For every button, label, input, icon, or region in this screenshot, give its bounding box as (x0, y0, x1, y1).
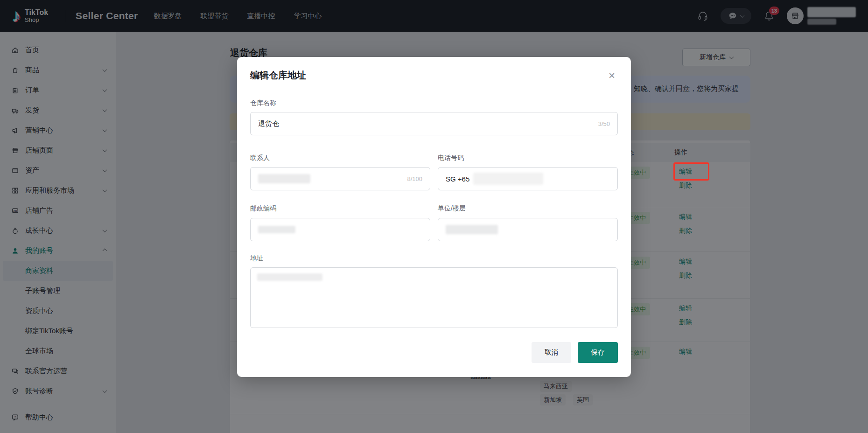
address-value-redacted (257, 273, 322, 281)
warehouse-name-label: 仓库名称 (250, 99, 276, 107)
postal-value-redacted (258, 226, 295, 233)
address-textarea[interactable] (250, 267, 618, 328)
name-char-counter: 3/50 (598, 120, 610, 127)
warehouse-name-input[interactable]: 退货仓 3/50 (250, 112, 618, 135)
unit-floor-value-redacted (446, 225, 498, 234)
phone-prefix: SG +65 (446, 175, 469, 183)
unit-floor-input[interactable] (438, 218, 618, 241)
close-icon[interactable]: × (609, 70, 615, 81)
annotation-highlight-box (673, 162, 709, 181)
phone-value-redacted (473, 173, 543, 185)
postal-label: 邮政编码 (250, 204, 276, 213)
unit-floor-label: 单位/楼层 (438, 204, 466, 213)
edit-warehouse-modal: 编辑仓库地址 × 仓库名称 退货仓 3/50 联系人 8/100 电话号码 SG… (237, 57, 631, 377)
save-button[interactable]: 保存 (578, 342, 618, 363)
contact-value-redacted (258, 174, 310, 183)
address-label: 地址 (250, 254, 263, 263)
phone-input[interactable]: SG +65 (438, 167, 618, 190)
contact-label: 联系人 (250, 154, 270, 162)
modal-title: 编辑仓库地址 (250, 69, 306, 82)
phone-label: 电话号码 (438, 154, 464, 162)
contact-input[interactable]: 8/100 (250, 167, 430, 190)
postal-input[interactable] (250, 218, 430, 241)
warehouse-name-value: 退货仓 (258, 119, 279, 128)
cancel-button[interactable]: 取消 (532, 342, 571, 363)
contact-char-counter: 8/100 (407, 175, 422, 182)
